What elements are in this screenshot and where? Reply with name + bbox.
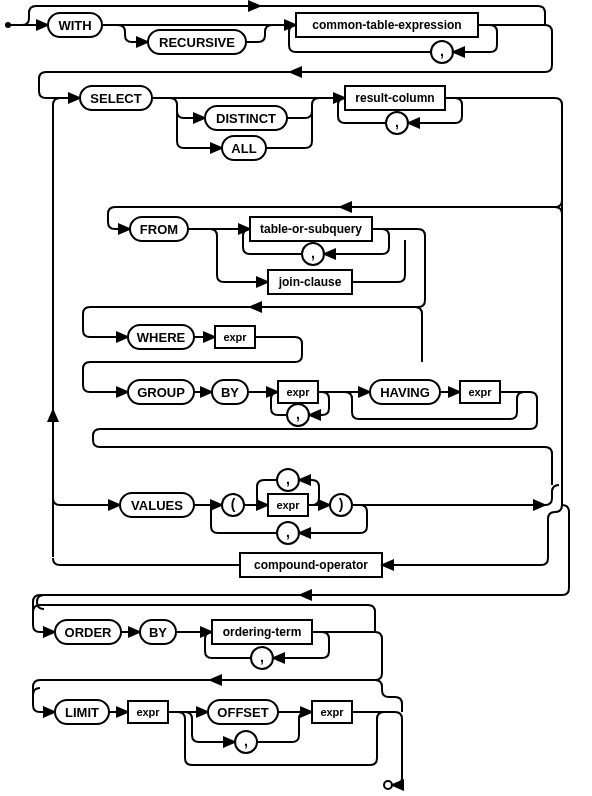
- rail: [53, 98, 60, 557]
- terminal-comma-label: ,: [440, 43, 444, 59]
- keyword-distinct-label: DISTINCT: [216, 111, 276, 126]
- rail: [545, 485, 559, 505]
- subrule-cte-label: common-table-expression: [312, 18, 461, 32]
- keyword-having-label: HAVING: [380, 385, 430, 400]
- terminal-comma-label: ,: [286, 524, 290, 540]
- subrule-expr-label: expr: [320, 706, 344, 718]
- rail: [83, 307, 128, 337]
- keyword-select-label: SELECT: [90, 91, 141, 106]
- keyword-offset-label: OFFSET: [217, 705, 268, 720]
- rail: [83, 362, 128, 392]
- keyword-group-label: GROUP: [137, 385, 185, 400]
- rail: [178, 712, 384, 765]
- subrule-expr-label: expr: [286, 386, 310, 398]
- rail: [93, 429, 552, 485]
- terminal-comma-label: ,: [311, 245, 315, 261]
- rail: [392, 712, 402, 785]
- subrule-expr-label: expr: [223, 331, 247, 343]
- keyword-recursive-label: RECURSIVE: [159, 35, 235, 50]
- terminal-comma-label: ,: [296, 406, 300, 422]
- rail: [389, 697, 402, 712]
- rail: [53, 480, 120, 505]
- end-marker: [384, 781, 392, 789]
- keyword-by-label: BY: [221, 385, 239, 400]
- rail: [118, 25, 148, 42]
- subrule-result-column-label: result-column: [355, 91, 434, 105]
- rail: [53, 558, 240, 565]
- keyword-from-label: FROM: [140, 222, 178, 237]
- subrule-expr-label: expr: [136, 706, 160, 718]
- keyword-where-label: WHERE: [137, 330, 186, 345]
- subrule-compound-operator-label: compound-operator: [254, 558, 368, 572]
- subrule-table-or-subquery-label: table-or-subquery: [260, 222, 362, 236]
- terminal-rparen-label: ): [339, 496, 344, 512]
- keyword-limit-label: LIMIT: [65, 705, 99, 720]
- rail: [352, 240, 405, 282]
- subrule-expr-label: expr: [468, 386, 492, 398]
- subrule-expr-label: expr: [276, 499, 300, 511]
- keyword-order-label: ORDER: [65, 625, 113, 640]
- terminal-comma-label: ,: [260, 649, 264, 665]
- rail: [33, 688, 40, 695]
- rail: [415, 307, 422, 362]
- terminal-lparen-label: (: [231, 496, 236, 512]
- terminal-comma-label: ,: [286, 471, 290, 487]
- rail: [246, 25, 272, 42]
- rail: [170, 98, 205, 118]
- terminal-comma-label: ,: [395, 114, 399, 130]
- rail: [382, 485, 562, 565]
- rail: [375, 680, 389, 697]
- subrule-ordering-term-label: ordering-term: [223, 625, 302, 639]
- rail: [287, 98, 319, 118]
- terminal-comma-label: ,: [244, 733, 248, 749]
- rail: [90, 337, 302, 362]
- subrule-join-clause-label: join-clause: [278, 275, 342, 289]
- rail: [555, 207, 562, 307]
- keyword-with-label: WITH: [58, 18, 91, 33]
- rail: [555, 98, 562, 492]
- keyword-by-label: BY: [149, 625, 167, 640]
- keyword-values-label: VALUES: [131, 498, 183, 513]
- keyword-all-label: ALL: [231, 141, 256, 156]
- rail: [37, 595, 44, 609]
